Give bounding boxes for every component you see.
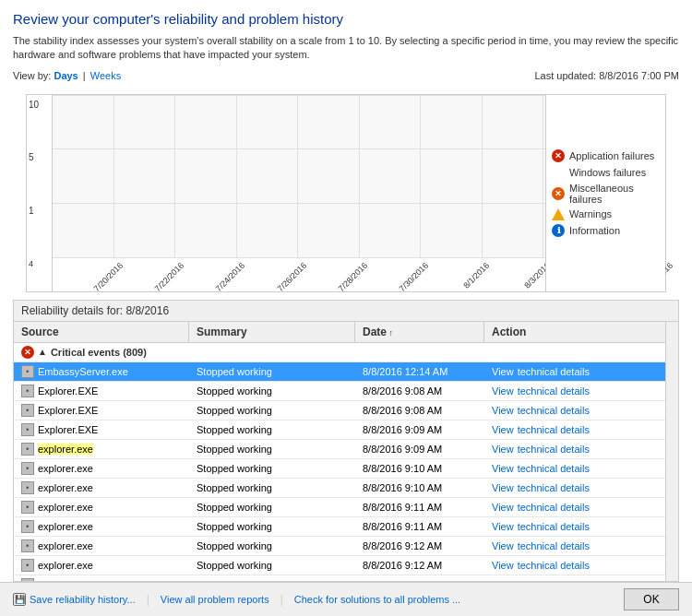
ok-button[interactable]: OK [624,588,679,610]
y-label-10: 10 [29,100,48,110]
critical-action-cell [484,343,665,361]
y-label-tick: 4 [29,259,48,268]
save-link-label: Save reliability history... [30,594,136,605]
date-cell: 8/8/2016 9:08 AM [355,382,484,400]
details-link[interactable]: technical details [518,385,590,397]
table-row[interactable]: ▪Explorer.EXEStopped working8/8/2016 9:0… [14,421,665,440]
view-link[interactable]: View [492,444,514,455]
view-weeks-link[interactable]: Weeks [90,70,121,81]
source-text: explorer.exe [38,521,93,532]
legend-win-spacer [552,166,565,179]
source-cell: ▪explorer.exe [14,479,189,497]
view-link[interactable]: View [492,424,514,435]
source-cell: ▪explorer.exe [14,537,189,555]
view-link[interactable]: View [492,579,514,581]
table-row[interactable]: ▪explorer.exeStopped working8/8/2016 9:1… [14,459,665,479]
table-row[interactable]: ▪explorer.exeStopped working8/8/2016 9:1… [14,479,665,498]
table-container[interactable]: Source Summary Date Action ✕ ▲ Critical … [14,322,665,581]
view-link[interactable]: View [492,521,514,532]
view-link[interactable]: View [492,463,514,474]
action-cell: View technical details [484,575,665,581]
details-link[interactable]: technical details [518,502,590,513]
table-rows: ▪EmbassyServer.exeStopped working8/8/201… [14,362,665,581]
view-days-link[interactable]: Days [54,70,78,81]
critical-red-icon: ✕ [21,346,34,359]
th-date[interactable]: Date [355,322,484,342]
table-row[interactable]: ▪explorer.exeStopped working8/8/2016 9:1… [14,556,665,575]
main-window: Review your computer's reliability and p… [0,0,692,616]
legend-misc-failures-label: Miscellaneous failures [569,183,660,205]
details-link[interactable]: technical details [518,424,590,435]
source-cell: ▪Explorer.EXE [14,382,189,400]
legend-info: ℹ Information [552,224,660,237]
table-row[interactable]: ▪explorer.exeStopped working8/8/2016 9:1… [14,537,665,556]
details-link[interactable]: technical details [518,444,590,455]
view-link[interactable]: View [492,540,514,551]
table-row[interactable]: ▪explorer.exeStopped working8/8/2016 9:1… [14,517,665,537]
y-axis: 10 5 1 4 [27,95,53,291]
footer-sep-2: | [280,593,283,606]
view-link[interactable]: View [492,560,514,571]
source-text: explorer.exe [38,444,93,455]
action-cell: View technical details [484,382,665,400]
legend-app-failures: ✕ Application failures [552,149,660,162]
date-cell: 8/8/2016 9:11 AM [355,517,484,536]
view-link[interactable]: View [492,502,514,513]
check-solutions-link[interactable]: Check for solutions to all problems ... [294,594,460,605]
last-updated: Last updated: 8/8/2016 7:00 PM [534,70,679,81]
action-cell: View technical details [484,459,665,478]
legend-warnings-label: Warnings [569,208,612,219]
critical-expand-btn[interactable]: ▲ [38,347,47,357]
th-action[interactable]: Action [484,322,665,342]
critical-date-cell [355,343,484,361]
footer-links: 💾 Save reliability history... | View all… [13,593,460,606]
summary-cell: Stopped working [189,362,355,381]
table-row[interactable]: ▪explorer.exeStopped working8/8/2016 9:1… [14,575,665,581]
details-link[interactable]: technical details [518,540,590,551]
th-summary[interactable]: Summary [189,322,355,342]
details-link[interactable]: technical details [518,579,590,581]
view-reports-link[interactable]: View all problem reports [161,594,269,605]
date-cell: 8/8/2016 9:11 AM [355,498,484,516]
date-cell: 8/8/2016 9:12 AM [355,537,484,555]
summary-cell: Stopped working [189,575,355,581]
view-link[interactable]: View [492,405,514,416]
stability-chart[interactable]: 10 5 1 4 [26,94,666,292]
summary-cell: Stopped working [189,517,355,536]
chart-legend: ✕ Application failures Windows failures … [545,95,665,291]
save-reliability-link[interactable]: 💾 Save reliability history... [13,593,136,606]
table-row[interactable]: ▪explorer.exeStopped working8/8/2016 9:0… [14,440,665,459]
y-label-1: 1 [29,206,48,216]
date-cell: 8/8/2016 9:13 AM [355,575,484,581]
source-text: EmbassyServer.exe [38,366,128,377]
view-link[interactable]: View [492,482,514,493]
details-link[interactable]: technical details [518,463,590,474]
details-link[interactable]: technical details [518,366,590,377]
critical-summary-cell [189,343,355,361]
table-row[interactable]: ▪Explorer.EXEStopped working8/8/2016 9:0… [14,401,665,421]
date-cell: 8/8/2016 12:14 AM [355,362,484,381]
legend-win-failures: Windows failures [552,166,660,179]
table-row[interactable]: ▪explorer.exeStopped working8/8/2016 9:1… [14,498,665,517]
details-link[interactable]: technical details [518,482,590,493]
view-separator: | [83,70,86,81]
th-source[interactable]: Source [14,322,189,342]
summary-cell: Stopped working [189,401,355,420]
table-row[interactable]: ▪EmbassyServer.exeStopped working8/8/201… [14,362,665,382]
source-cell: ▪EmbassyServer.exe [14,362,189,381]
details-link[interactable]: technical details [518,521,590,532]
source-text: Explorer.EXE [38,385,98,397]
y-label-5: 5 [29,152,48,162]
footer: 💾 Save reliability history... | View all… [0,582,692,616]
view-link[interactable]: View [492,385,514,397]
details-link[interactable]: technical details [518,405,590,416]
check-solutions-label: Check for solutions to all problems ... [294,594,460,605]
legend-triangle-icon [552,208,565,220]
header: Review your computer's reliability and p… [0,0,692,94]
table-row[interactable]: ▪Explorer.EXEStopped working8/8/2016 9:0… [14,382,665,401]
scrollbar[interactable] [665,322,678,581]
action-cell: View technical details [484,498,665,516]
app-icon: ▪ [21,385,34,397]
details-link[interactable]: technical details [518,560,590,571]
view-link[interactable]: View [492,366,514,377]
